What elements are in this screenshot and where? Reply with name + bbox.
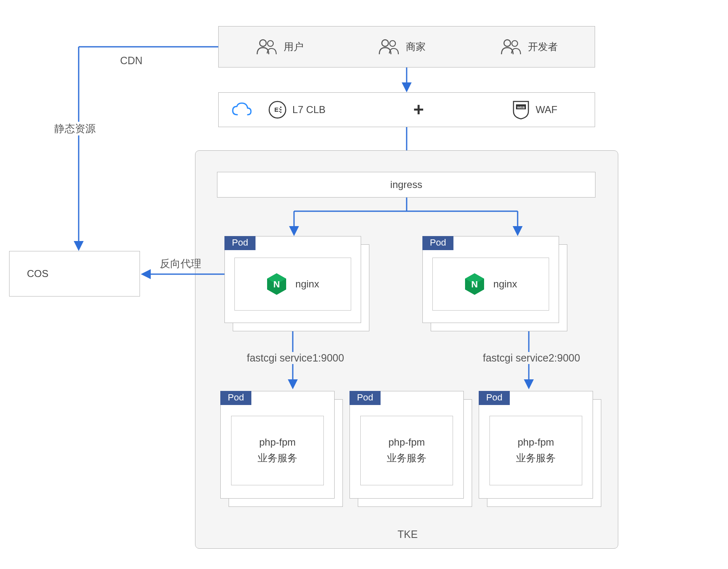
clb-waf-bar: E: L7 CLB + WEB WAF [218, 92, 595, 127]
svg-text:E:: E: [275, 106, 281, 113]
svg-point-0 [260, 40, 266, 46]
cdn-label: CDN [120, 55, 142, 67]
phpfpm-line2-2: 业务服务 [387, 451, 427, 465]
static-label: 静态资源 [52, 122, 98, 135]
pod-tab-php1: Pod [220, 391, 251, 405]
svg-text:N: N [471, 279, 478, 289]
svg-text:WEB: WEB [517, 106, 525, 109]
actor-merchant: 商家 [378, 39, 426, 55]
phpfpm-line2-1: 业务服务 [258, 451, 297, 465]
actor-user: 用户 [256, 39, 304, 55]
fastcgi2-label: fastcgi service2:9000 [480, 352, 583, 364]
people-icon [256, 39, 277, 55]
actor-developer: 开发者 [500, 39, 558, 55]
actors-bar: 用户 商家 开发者 [218, 26, 595, 68]
nginx-label-right: nginx [493, 278, 517, 290]
nginx-icon: N [464, 272, 485, 296]
phpfpm-line1-2: php-fpm [388, 436, 425, 448]
ingress-label: ingress [390, 179, 422, 190]
svg-point-2 [382, 40, 388, 46]
cos-box: COS [9, 251, 140, 297]
svg-point-4 [504, 40, 511, 46]
actor-user-label: 用户 [284, 40, 304, 53]
actor-developer-label: 开发者 [528, 40, 558, 53]
actor-merchant-label: 商家 [406, 40, 426, 53]
ingress-box: ingress [217, 172, 595, 198]
svg-point-5 [512, 41, 518, 46]
waf-icon: WEB [512, 100, 530, 120]
phpfpm-line2-3: 业务服务 [516, 451, 556, 465]
tke-label: TKE [398, 528, 418, 540]
reverse-proxy-label: 反向代理 [160, 257, 201, 270]
plus-icon: + [413, 99, 424, 120]
pod-tab-left: Pod [224, 236, 256, 250]
nginx-icon: N [266, 272, 287, 296]
nginx-inner-right: N nginx [432, 258, 549, 311]
people-icon [500, 39, 521, 55]
svg-text:N: N [273, 279, 280, 289]
svg-point-11 [280, 111, 282, 113]
cos-label: COS [27, 268, 48, 280]
waf-label: WAF [536, 104, 557, 116]
clb-icon: E: [268, 101, 287, 119]
arrow-actors-clb [406, 68, 407, 92]
pod-tab-php3: Pod [479, 391, 510, 405]
phpfpm-line1-1: php-fpm [259, 436, 296, 448]
cloud-icon [231, 101, 252, 118]
fastcgi1-label: fastcgi service1:9000 [244, 352, 347, 364]
svg-point-9 [280, 106, 282, 108]
phpfpm-inner-1: php-fpm 业务服务 [231, 416, 324, 485]
svg-point-10 [280, 109, 282, 111]
svg-point-1 [268, 41, 273, 46]
pod-tab-php2: Pod [350, 391, 381, 405]
svg-point-3 [390, 41, 395, 46]
nginx-inner-left: N nginx [234, 258, 351, 311]
nginx-label-left: nginx [295, 278, 319, 290]
pod-tab-right: Pod [422, 236, 453, 250]
clb-label: L7 CLB [292, 104, 325, 116]
phpfpm-line1-3: php-fpm [518, 436, 554, 448]
phpfpm-inner-2: php-fpm 业务服务 [360, 416, 453, 485]
people-icon [378, 39, 399, 55]
phpfpm-inner-3: php-fpm 业务服务 [489, 416, 582, 485]
